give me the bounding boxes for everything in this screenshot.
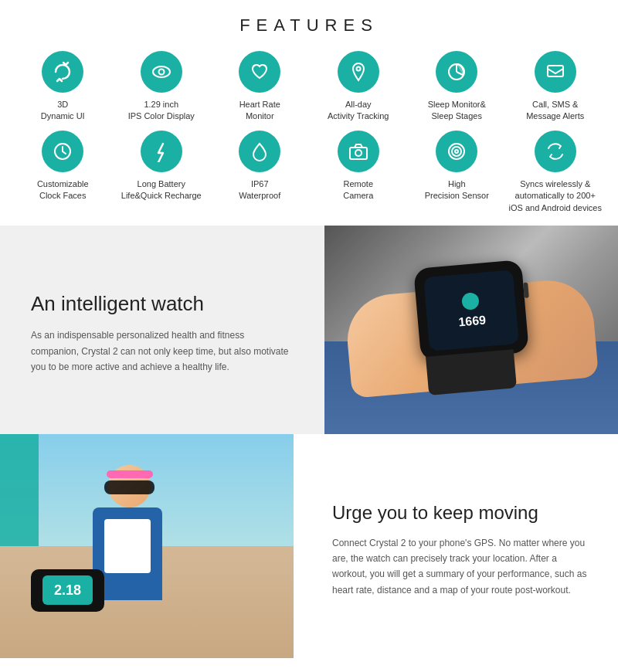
- feature-label-3d-dynamic: 3DDynamic UI: [41, 99, 85, 123]
- intelligent-section: An intelligent watch As an indispensable…: [0, 226, 618, 434]
- camera-icon: [348, 141, 369, 162]
- loop-icon: [52, 61, 73, 83]
- svg-point-1: [158, 70, 164, 75]
- message-icon: [545, 61, 566, 83]
- feature-label-camera: RemoteCamera: [343, 178, 373, 202]
- moving-right-content: Urge you to keep moving Connect Crystal …: [294, 434, 618, 658]
- feature-label-waterproof: IP67Waterproof: [239, 178, 280, 202]
- feature-battery: Long BatteryLife&Quick Recharge: [114, 131, 209, 214]
- activity-icon-circle: [338, 51, 379, 93]
- sync-icon-circle: [535, 131, 576, 172]
- svg-rect-4: [548, 66, 563, 76]
- feature-sleep-monitor: Sleep Monitor&Sleep Stages: [409, 51, 504, 123]
- intelligent-description: As an indispensable personalized health …: [31, 328, 294, 375]
- feature-precision: HighPrecision Sensor: [409, 131, 504, 214]
- feature-label-heart-rate: Heart RateMonitor: [239, 99, 280, 123]
- intelligent-title: An intelligent watch: [31, 292, 294, 316]
- heart-icon: [249, 61, 270, 83]
- feature-label-sync: Syncs wirelessly &automatically to 200+i…: [509, 178, 602, 214]
- feature-label-clock-faces: CustomizableClock Faces: [37, 178, 89, 202]
- feature-activity-tracking: All-dayActivity Tracking: [311, 51, 406, 123]
- features-section: FEATURES 3DDynamic UI 1.29 inchIPS Color…: [0, 0, 618, 226]
- feature-label-ips-display: 1.29 inchIPS Color Display: [128, 99, 195, 123]
- feature-label-activity-tracking: All-dayActivity Tracking: [328, 99, 389, 123]
- intelligent-left: An intelligent watch As an indispensable…: [0, 226, 324, 434]
- feature-heart-rate: Heart RateMonitor: [212, 51, 307, 123]
- drop-icon: [249, 141, 270, 162]
- 3d-dynamic-icon-circle: [42, 51, 83, 93]
- clock-icon-circle: [42, 131, 83, 172]
- intelligent-watch-image: 1669: [324, 226, 618, 434]
- features-grid: 3DDynamic UI 1.29 inchIPS Color Display …: [8, 51, 610, 214]
- heart-rate-icon-circle: [239, 51, 280, 93]
- location-icon: [348, 61, 369, 83]
- feature-call-sms: Call, SMS &Message Alerts: [508, 51, 603, 123]
- moving-left-image: 2.18: [0, 434, 294, 658]
- feature-sync: Syncs wirelessly &automatically to 200+i…: [508, 131, 603, 214]
- feature-ips-display: 1.29 inchIPS Color Display: [114, 51, 209, 123]
- feature-label-battery: Long BatteryLife&Quick Recharge: [121, 178, 202, 202]
- clock-icon: [52, 141, 73, 162]
- feature-label-call-sms: Call, SMS &Message Alerts: [526, 99, 584, 123]
- eye-icon: [151, 61, 172, 83]
- pie-icon: [446, 61, 467, 83]
- target-icon: [446, 141, 467, 162]
- moving-title: Urge you to keep moving: [332, 502, 587, 524]
- call-sms-icon-circle: [535, 51, 576, 93]
- waterproof-icon-circle: [239, 131, 280, 172]
- bolt-icon: [151, 141, 172, 162]
- svg-point-0: [153, 66, 170, 77]
- svg-point-10: [455, 150, 458, 153]
- features-title: FEATURES: [8, 15, 610, 36]
- svg-point-2: [356, 67, 360, 71]
- battery-icon-circle: [141, 131, 182, 172]
- svg-point-7: [355, 150, 362, 156]
- camera-icon-circle: [338, 131, 379, 172]
- feature-waterproof: IP67Waterproof: [212, 131, 307, 214]
- moving-description: Connect Crystal 2 to your phone's GPS. N…: [332, 535, 587, 599]
- ips-display-icon-circle: [141, 51, 182, 93]
- sleep-icon-circle: [436, 51, 477, 93]
- feature-clock-faces: CustomizableClock Faces: [15, 131, 110, 214]
- feature-3d-dynamic: 3DDynamic UI: [15, 51, 110, 123]
- precision-icon-circle: [436, 131, 477, 172]
- moving-section: 2.18 Urge you to keep moving Connect Cry…: [0, 434, 618, 658]
- svg-point-9: [452, 147, 461, 156]
- sync-icon: [545, 141, 566, 162]
- feature-label-sleep-monitor: Sleep Monitor&Sleep Stages: [428, 99, 486, 123]
- feature-camera: RemoteCamera: [311, 131, 406, 214]
- feature-label-precision: HighPrecision Sensor: [425, 178, 489, 202]
